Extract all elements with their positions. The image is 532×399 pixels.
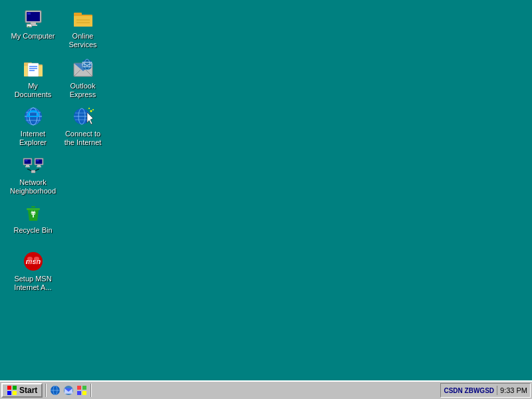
online-services-label: Online Services <box>61 32 105 49</box>
internet-explorer-icon[interactable]: Internet Explorer <box>8 103 58 150</box>
online-services-image <box>72 8 94 29</box>
internet-explorer-label: Internet Explorer <box>11 130 55 147</box>
svg-rect-54 <box>37 166 41 168</box>
outlook-express-image <box>72 58 94 79</box>
start-button[interactable]: Start <box>1 383 43 398</box>
recycle-bin-icon[interactable]: Recycle Bin <box>8 200 58 237</box>
system-clock: 9:33 PM <box>500 386 527 394</box>
svg-rect-2 <box>27 13 31 15</box>
tray-divider <box>497 386 497 395</box>
tray-icons: CSDN ZBWGSD <box>444 387 494 394</box>
svg-rect-80 <box>77 391 81 395</box>
my-computer-icon[interactable]: My Computer <box>8 5 58 43</box>
setup-msn-icon[interactable]: msn Setup MSN Internet A... <box>8 248 58 295</box>
outlook-express-icon[interactable]: Outlook Express <box>58 55 108 102</box>
setup-msn-image: msn <box>23 251 44 272</box>
taskbar-outlook-icon[interactable] <box>63 384 74 396</box>
my-documents-image <box>23 58 44 79</box>
connect-internet-label: Connect to the Internet <box>61 130 105 147</box>
svg-point-65 <box>34 257 39 261</box>
tray-text: CSDN ZBWGSD <box>444 387 494 394</box>
svg-rect-50 <box>25 166 30 168</box>
network-neighborhood-icon[interactable]: Network Neighborhood <box>8 152 58 198</box>
svg-rect-10 <box>74 16 92 27</box>
windows-logo-icon <box>7 385 17 396</box>
my-documents-label: My Documents <box>11 82 55 99</box>
setup-msn-label: Setup MSN Internet A... <box>11 275 55 292</box>
svg-point-67 <box>35 261 39 265</box>
outlook-express-label: Outlook Express <box>61 82 105 99</box>
svg-rect-70 <box>7 391 11 395</box>
taskbar-win-icon[interactable] <box>76 384 88 396</box>
svg-rect-57 <box>31 170 35 173</box>
internet-explorer-image <box>23 106 44 127</box>
svg-point-45 <box>88 108 90 109</box>
network-neighborhood-label: Network Neighborhood <box>10 178 56 196</box>
svg-rect-49 <box>26 165 29 166</box>
connect-internet-image <box>72 106 94 127</box>
svg-rect-58 <box>25 160 27 162</box>
my-computer-image <box>23 8 44 29</box>
svg-point-64 <box>27 257 33 261</box>
svg-rect-61 <box>27 208 40 210</box>
system-tray: CSDN ZBWGSD 9:33 PM <box>440 383 531 398</box>
svg-point-44 <box>90 110 92 112</box>
taskbar-ie-icon[interactable] <box>49 384 61 396</box>
svg-rect-69 <box>13 386 17 390</box>
recycle-bin-label: Recycle Bin <box>13 226 52 235</box>
svg-rect-78 <box>77 386 81 390</box>
quick-launch <box>49 384 88 396</box>
svg-rect-6 <box>27 25 31 27</box>
taskbar: Start <box>0 380 532 399</box>
svg-rect-68 <box>7 386 11 390</box>
svg-point-7 <box>28 26 29 27</box>
svg-marker-43 <box>87 112 93 124</box>
taskbar-divider-1 <box>45 384 47 397</box>
svg-rect-71 <box>13 391 17 395</box>
svg-rect-53 <box>37 165 41 166</box>
svg-rect-60 <box>31 206 35 207</box>
svg-rect-81 <box>82 391 86 395</box>
network-neighborhood-image <box>23 154 44 176</box>
start-label: Start <box>19 386 37 395</box>
svg-rect-16 <box>28 63 39 76</box>
svg-rect-9 <box>74 13 82 15</box>
my-documents-icon[interactable]: My Documents <box>8 55 58 102</box>
desktop: My Computer Online Services <box>0 0 532 380</box>
my-computer-label: My Computer <box>11 32 55 41</box>
svg-rect-59 <box>36 160 39 162</box>
recycle-bin-image <box>23 202 44 223</box>
online-services-icon[interactable]: Online Services <box>58 5 108 52</box>
svg-point-46 <box>92 109 94 110</box>
svg-rect-79 <box>82 386 86 390</box>
taskbar-divider-2 <box>90 384 92 397</box>
connect-internet-icon[interactable]: Connect to the Internet <box>58 103 108 150</box>
svg-point-66 <box>28 261 32 265</box>
